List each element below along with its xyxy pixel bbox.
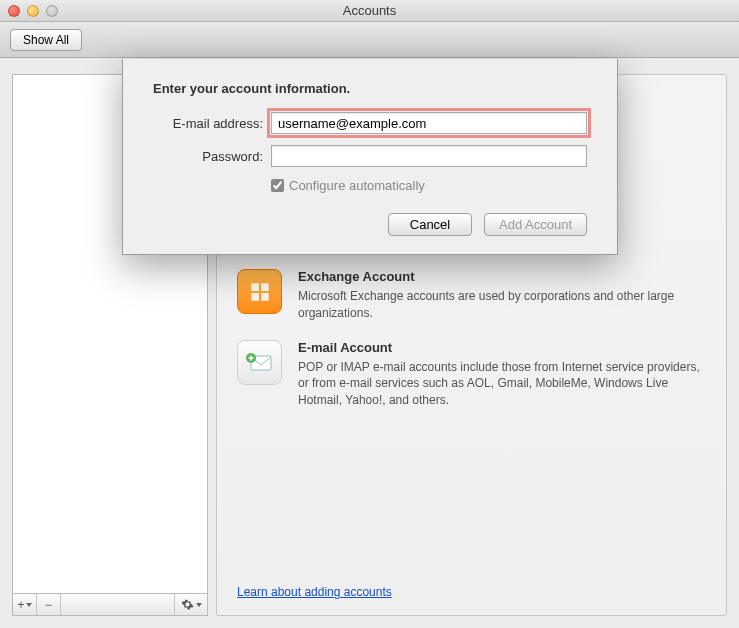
email-desc: POP or IMAP e-mail accounts include thos… — [298, 359, 706, 409]
window-title: Accounts — [0, 3, 739, 18]
minus-icon: − — [45, 598, 52, 612]
footer-spacer — [61, 594, 175, 615]
show-all-button[interactable]: Show All — [10, 29, 82, 51]
add-account-button[interactable]: + — [13, 594, 37, 615]
gear-icon — [181, 598, 194, 611]
sheet-heading: Enter your account information. — [153, 81, 587, 96]
email-account-option[interactable]: E-mail Account POP or IMAP e-mail accoun… — [237, 340, 706, 409]
remove-account-button[interactable]: − — [37, 594, 61, 615]
add-account-button[interactable]: Add Account — [484, 213, 587, 236]
exchange-icon — [237, 269, 282, 314]
cancel-button[interactable]: Cancel — [388, 213, 472, 236]
add-account-sheet: Enter your account information. E-mail a… — [122, 59, 618, 255]
sheet-buttons: Cancel Add Account — [153, 213, 587, 236]
configure-label: Configure automatically — [289, 178, 425, 193]
password-field[interactable] — [271, 145, 587, 167]
email-text: E-mail Account POP or IMAP e-mail accoun… — [298, 340, 706, 409]
email-title: E-mail Account — [298, 340, 706, 355]
chevron-down-icon — [196, 603, 202, 607]
titlebar: Accounts — [0, 0, 739, 22]
exchange-title: Exchange Account — [298, 269, 706, 284]
email-field[interactable] — [271, 112, 587, 134]
email-row: E-mail address: — [153, 112, 587, 134]
chevron-down-icon — [26, 603, 32, 607]
sidebar-footer: + − — [12, 594, 208, 616]
password-label: Password: — [153, 149, 263, 164]
email-label: E-mail address: — [153, 116, 263, 131]
exchange-account-option[interactable]: Exchange Account Microsoft Exchange acco… — [237, 269, 706, 322]
email-icon — [237, 340, 282, 385]
plus-icon: + — [17, 598, 24, 612]
exchange-desc: Microsoft Exchange accounts are used by … — [298, 288, 706, 322]
configure-row: Configure automatically — [271, 178, 587, 193]
password-row: Password: — [153, 145, 587, 167]
exchange-text: Exchange Account Microsoft Exchange acco… — [298, 269, 706, 322]
settings-button[interactable] — [175, 594, 207, 615]
learn-link[interactable]: Learn about adding accounts — [237, 585, 392, 599]
toolbar: Show All — [0, 22, 739, 58]
configure-checkbox[interactable] — [271, 179, 284, 192]
